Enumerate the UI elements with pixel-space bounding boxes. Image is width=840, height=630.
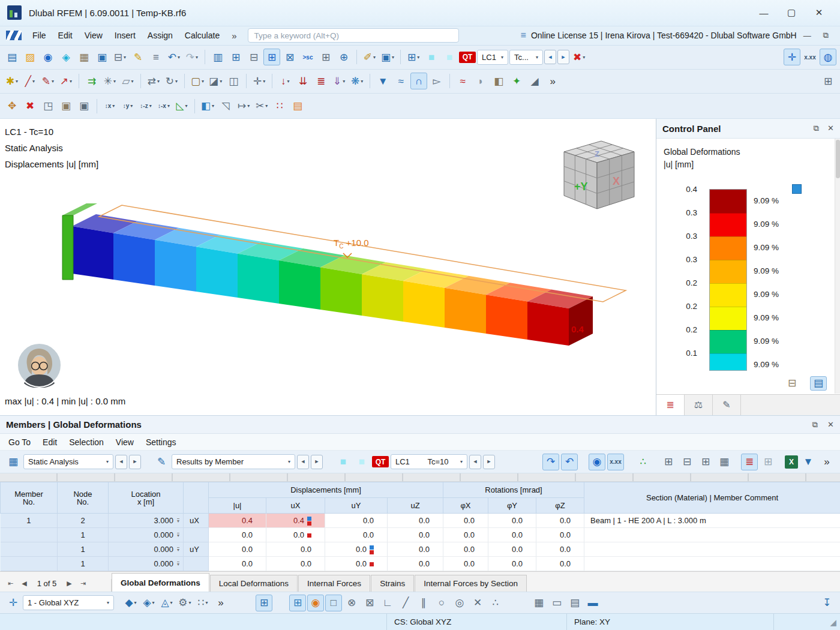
- render-model-icon[interactable]: ◈: [58, 49, 74, 65]
- result-table-icon[interactable]: ⊞: [263, 49, 280, 65]
- table-row[interactable]: 10.000▾0.00.00.00.00.00.00.0: [1, 528, 840, 542]
- search-input[interactable]: Type a keyword (Alt+Q): [248, 28, 459, 43]
- layers-icon[interactable]: ▤: [566, 595, 583, 611]
- col-header-u[interactable]: |u|: [209, 498, 266, 514]
- lc-color-chip-b[interactable]: ■: [441, 49, 458, 65]
- globe-view-icon[interactable]: ◍: [820, 49, 836, 65]
- menu-overflow-chevron[interactable]: »: [227, 31, 241, 41]
- tab-strains[interactable]: Strains: [371, 575, 414, 592]
- tab-panel-factors[interactable]: ⚖: [685, 395, 713, 416]
- snap-cross-icon[interactable]: ⊠: [361, 595, 378, 611]
- last-page-button[interactable]: ⇥: [77, 580, 89, 587]
- layout-grid-icon[interactable]: ⊞: [820, 73, 836, 89]
- notes-list-icon[interactable]: ≡: [148, 49, 164, 65]
- sc-export-icon[interactable]: >sc: [299, 49, 316, 65]
- new-member-set-icon[interactable]: ⇉: [83, 73, 100, 89]
- copy-object-icon[interactable]: ◫: [225, 73, 242, 89]
- move-y-icon[interactable]: ↕y▾: [119, 98, 136, 115]
- lc-color-chip-b[interactable]: ■: [353, 454, 370, 470]
- lc-color-chip-a[interactable]: ■: [335, 454, 352, 470]
- extreme-filter-icon[interactable]: ▾: [177, 547, 179, 553]
- results-by-dropdown[interactable]: Results by Member▾: [172, 454, 295, 469]
- tab-internal-forces[interactable]: Internal Forces: [298, 575, 370, 592]
- new-structure-icon[interactable]: ✳▾: [101, 73, 118, 89]
- snap-square-icon[interactable]: □: [325, 595, 342, 611]
- result-tree-icon[interactable]: ∴: [635, 454, 652, 470]
- new-solid-icon[interactable]: ◪▾: [207, 73, 224, 89]
- zoom-window-icon[interactable]: ◳: [40, 98, 56, 115]
- anchor-icon[interactable]: ↧: [818, 595, 835, 611]
- cube-face-front-label[interactable]: +Y: [574, 181, 588, 193]
- mp-menu-item-edit[interactable]: Edit: [37, 435, 63, 449]
- snap-nearest-icon[interactable]: ✕: [469, 595, 486, 611]
- new-line-icon[interactable]: ╱▾: [22, 73, 38, 89]
- mp-menu-item-view[interactable]: View: [110, 435, 140, 449]
- more-snap-icon[interactable]: »: [212, 595, 229, 611]
- fe-mesh-points-icon[interactable]: ∷: [271, 98, 288, 115]
- excel-export-icon[interactable]: X: [785, 455, 798, 469]
- col-header-section[interactable]: Section (Material) | Member Comment: [584, 482, 840, 514]
- maximize-button[interactable]: ▢: [778, 4, 805, 22]
- undo-icon[interactable]: ↶▾: [166, 49, 182, 65]
- dlubal-connect-icon[interactable]: ◉: [40, 49, 56, 65]
- menu-item-view[interactable]: View: [79, 28, 109, 43]
- new-member-icon[interactable]: ↗▾: [58, 73, 74, 89]
- results-prev-icon[interactable]: ◄: [297, 455, 309, 469]
- model-viewport[interactable]: LC1 - Tc=10 Static Analysis Displacement…: [0, 119, 656, 415]
- tab-local-deformations[interactable]: Local Deformations: [210, 575, 298, 592]
- scale-max-marker[interactable]: [792, 184, 802, 194]
- result-diagram-icon[interactable]: ≈: [392, 73, 409, 89]
- section-cut-icon[interactable]: ✂▾: [253, 98, 270, 115]
- mp-menu-item-go-to[interactable]: Go To: [2, 435, 37, 449]
- table-row[interactable]: 123.000▾uX0.40.40.00.00.00.00.0Beam | 1 …: [1, 514, 840, 528]
- plain-table-icon[interactable]: ⊞: [760, 454, 776, 470]
- load-wizard-icon[interactable]: ❋▾: [349, 73, 365, 89]
- tables-panel-icon[interactable]: ⊞: [227, 49, 244, 65]
- avatar[interactable]: [17, 343, 62, 389]
- area-load-icon[interactable]: ≣: [313, 73, 329, 89]
- col-header-uz[interactable]: uZ: [388, 498, 443, 514]
- table-row[interactable]: 10.000▾uY0.00.00.00.00.00.00.0: [1, 542, 840, 557]
- result-envelope-icon[interactable]: ≈: [454, 73, 471, 89]
- extreme-filter-icon[interactable]: ▾: [177, 562, 179, 567]
- background-grid-icon[interactable]: ▦: [530, 595, 547, 611]
- result-filter-icon[interactable]: ▼: [374, 73, 391, 89]
- snap-tangent-icon[interactable]: ╱: [397, 595, 414, 611]
- load-case-dropdown[interactable]: LC1▾: [477, 50, 508, 65]
- values-display-icon[interactable]: x.xx: [802, 49, 818, 65]
- new-note-icon[interactable]: ✎: [130, 49, 146, 65]
- table-row[interactable]: 10.000▾0.00.00.00.00.00.00.0: [1, 557, 840, 571]
- coordinate-system-dropdown[interactable]: 1 - Global XYZ▾: [23, 595, 114, 610]
- coordinate-system-icon[interactable]: ✛: [5, 595, 22, 611]
- sync-table-icon[interactable]: ↶: [561, 454, 578, 470]
- analysis-dropdown[interactable]: Static Analysis▾: [23, 454, 113, 469]
- col-header-phiy[interactable]: φY: [488, 498, 536, 514]
- col-header-direction[interactable]: [184, 482, 209, 514]
- move-z-icon[interactable]: ↕-z▾: [137, 98, 154, 115]
- more-members-tools-icon[interactable]: »: [818, 454, 835, 470]
- smooth-shading-icon[interactable]: ◗: [472, 73, 489, 89]
- col-header-phix[interactable]: φX: [443, 498, 488, 514]
- snap-intersection-icon[interactable]: ⊗: [343, 595, 360, 611]
- prev-page-button[interactable]: ◀: [19, 580, 29, 587]
- move-x-icon[interactable]: ↕x▾: [101, 98, 118, 115]
- extreme-filter-icon[interactable]: ▾: [177, 518, 179, 524]
- snap-parallel-icon[interactable]: ∥: [415, 595, 432, 611]
- multi-view-icon[interactable]: ⊟: [245, 49, 262, 65]
- web-globe-icon[interactable]: ⊕: [335, 49, 352, 65]
- printout-report-icon[interactable]: ⊞: [317, 49, 334, 65]
- snap-guide-icon[interactable]: ◬▾: [158, 595, 175, 611]
- load-combo-dropdown[interactable]: Tc...▾: [509, 50, 543, 65]
- menu-item-assign[interactable]: Assign: [142, 28, 179, 43]
- new-surface-icon[interactable]: ▱▾: [119, 73, 136, 89]
- col-header-member-no[interactable]: MemberNo.: [1, 482, 58, 514]
- ribbon-minimize-icon[interactable]: —: [798, 31, 817, 40]
- prev-case-icon[interactable]: ◄: [544, 50, 556, 64]
- column-grip-strip[interactable]: [0, 473, 840, 482]
- surface-hatch-icon[interactable]: ▤: [289, 98, 306, 115]
- menu-item-edit[interactable]: Edit: [52, 28, 79, 43]
- load-case-combo-dropdown[interactable]: LC1Tc=10▾: [391, 454, 467, 469]
- move-neg-x-icon[interactable]: ↕-x▾: [155, 98, 172, 115]
- snap-circle-icon[interactable]: ◎: [451, 595, 468, 611]
- move-copy-icon[interactable]: ⇄▾: [145, 73, 162, 89]
